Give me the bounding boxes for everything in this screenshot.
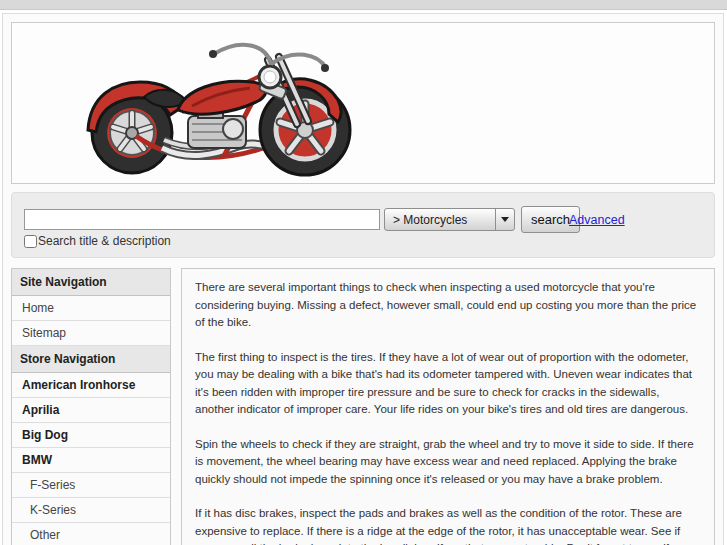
search-title-description-checkbox[interactable] — [24, 235, 37, 248]
article-paragraph: There are several important things to ch… — [195, 279, 701, 332]
sidebar: Site Navigation Home Sitemap Store Navig… — [11, 268, 171, 545]
sidebar-item-bmw[interactable]: BMW — [12, 448, 170, 473]
category-select-value: > Motorcycles — [385, 213, 495, 227]
sidebar-item-american-ironhorse[interactable]: American Ironhorse — [12, 373, 170, 398]
sidebar-item-sitemap[interactable]: Sitemap — [12, 321, 170, 346]
browser-top-strip — [0, 0, 727, 10]
article-paragraph: Spin the wheels to check if they are str… — [195, 436, 701, 489]
sidebar-header-store-navigation: Store Navigation — [12, 346, 170, 373]
sidebar-item-other[interactable]: Other — [12, 523, 170, 545]
motorcycle-illustration — [72, 30, 372, 180]
sidebar-item-k-series[interactable]: K-Series — [12, 498, 170, 523]
caret-down-icon — [501, 217, 509, 222]
sidebar-item-f-series[interactable]: F-Series — [12, 473, 170, 498]
page-container: > Motorcycles search Advanced Search tit… — [2, 13, 724, 545]
category-select[interactable]: > Motorcycles — [384, 208, 515, 231]
sidebar-item-big-dog[interactable]: Big Dog — [12, 423, 170, 448]
advanced-search-link[interactable]: Advanced — [569, 213, 625, 227]
search-panel: > Motorcycles search Advanced Search tit… — [11, 192, 715, 258]
article-content: There are several important things to ch… — [181, 268, 715, 545]
sidebar-header-site-navigation: Site Navigation — [12, 269, 170, 296]
article-paragraph: If it has disc brakes, inspect the pads … — [195, 505, 701, 545]
banner — [11, 22, 715, 184]
search-input[interactable] — [24, 209, 380, 230]
dropdown-arrow-button[interactable] — [495, 209, 514, 230]
checkbox-label[interactable]: Search title & description — [38, 234, 171, 248]
article-paragraph: The first thing to inspect is the tires.… — [195, 349, 701, 419]
sidebar-item-aprilia[interactable]: Aprilia — [12, 398, 170, 423]
sidebar-item-home[interactable]: Home — [12, 296, 170, 321]
